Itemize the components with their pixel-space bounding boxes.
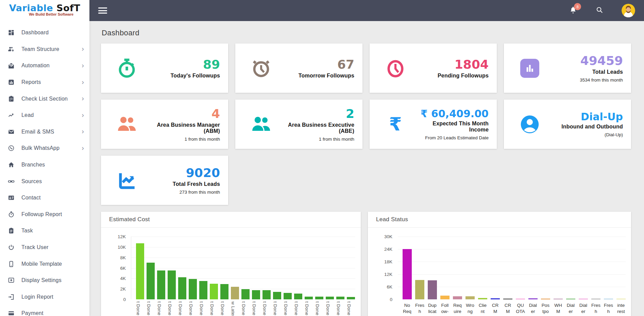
sidebar-item-check-list-section[interactable]: Check List Section› — [0, 90, 89, 107]
sidebar-item-contact[interactable]: Contact — [0, 190, 89, 206]
card-expected-this-month-income[interactable]: ₹₹ 60,409.00Expected This Month IncomeFr… — [370, 100, 497, 149]
sidebar-item-branches[interactable]: Branches — [0, 157, 89, 173]
search-button[interactable] — [595, 6, 604, 15]
bar-t-done-12[interactable] — [262, 290, 271, 299]
menu-toggle-button[interactable] — [98, 7, 107, 14]
x-axis-tick: No Req — [403, 302, 412, 315]
sidebar-item-reports[interactable]: Reports› — [0, 74, 89, 91]
bar-qu-ota-9[interactable] — [516, 299, 525, 299]
clock-icon — [385, 58, 406, 78]
notifications-button[interactable]: 8 — [569, 6, 577, 15]
card-total-leads[interactable]: 49459Total Leads3534 from this month — [504, 43, 631, 93]
bar-cr-m-7[interactable] — [491, 298, 500, 299]
bar-t-done-16[interactable] — [305, 297, 313, 299]
card-sublabel: (Dial-Up) — [547, 132, 623, 137]
bar-t-done-5[interactable] — [189, 279, 197, 299]
bar-t-done-4[interactable] — [178, 277, 186, 299]
bar-clie-nt-6[interactable] — [478, 298, 487, 299]
sidebar-item-team-structure[interactable]: Team Structure› — [0, 41, 89, 58]
sidebar-item-login-report[interactable]: Login Report — [0, 289, 89, 305]
bar-t-done-20[interactable] — [347, 297, 355, 299]
rupee-icon: ₹ — [389, 115, 402, 134]
bar-fres-h-15[interactable] — [591, 299, 600, 299]
sidebar-item-label: Lead — [21, 112, 82, 118]
bar-cr-m-8[interactable] — [503, 299, 512, 299]
card-label: Total Fresh Leads — [144, 181, 220, 187]
sidebar-item-track-user[interactable]: Track User — [0, 239, 89, 256]
bar-req-uire-4[interactable] — [453, 296, 462, 299]
sidebar-item-dashboard[interactable]: Dashboard — [0, 24, 89, 41]
bar-no-req-0[interactable] — [403, 249, 412, 299]
card-body: 49459Total Leads3534 from this month — [547, 54, 623, 82]
sidebar-item-automation[interactable]: Automation› — [0, 57, 89, 74]
x-axis-tick: t Done — [283, 301, 291, 316]
sidebar-item-mobile-template[interactable]: Mobile Template — [0, 256, 89, 272]
card-label: Area Business Executive (ABE) — [278, 122, 354, 134]
stopwatch-icon — [117, 58, 137, 78]
x-axis-tick: Foll ow- — [440, 302, 450, 315]
automation-icon — [7, 62, 15, 69]
bar-inte-rest-17[interactable] — [616, 299, 626, 299]
bar-dup-licat-2[interactable] — [428, 280, 437, 299]
bar-t-done-8[interactable] — [220, 284, 228, 299]
bar-t-done-1[interactable] — [147, 263, 155, 299]
bar-t-done-19[interactable] — [336, 297, 344, 299]
card-value: 67 — [278, 57, 354, 71]
sidebar-item-label: Team Structure — [21, 46, 82, 52]
sidebar-item-label: Branches — [21, 162, 84, 168]
card-label: Inbound and Outbound — [547, 124, 623, 130]
bar-t-done-10[interactable] — [241, 289, 250, 299]
sidebar-item-task[interactable]: Task — [0, 223, 89, 239]
sidebar-item-display-settings[interactable]: Display Settings — [0, 272, 89, 289]
card-inbound-and-outbound[interactable]: Dial-UpInbound and Outbound(Dial-Up) — [504, 100, 631, 149]
bar-wro-ng-5[interactable] — [465, 296, 475, 299]
sidebar-item-sources[interactable]: Sources — [0, 173, 89, 190]
x-axis-tick: Fres h — [415, 302, 424, 315]
bar-fres-h-16[interactable] — [604, 299, 613, 299]
bar-t-done-13[interactable] — [273, 292, 281, 299]
bar-t-done-17[interactable] — [315, 297, 323, 299]
card-label: Total Leads — [547, 69, 623, 75]
brand-logo[interactable]: Variable SofT We Build Better Software — [0, 0, 89, 21]
card-area-business-executive-abe[interactable]: 2Area Business Executive (ABE)1 from thi… — [235, 100, 362, 149]
bar-t-done-6[interactable] — [199, 281, 207, 299]
card-icon-area — [513, 59, 547, 78]
bars-container — [131, 236, 355, 299]
sidebar-item-payment[interactable]: Payment — [0, 305, 89, 316]
bar-t-done-15[interactable] — [294, 294, 302, 299]
bar-fres-h-1[interactable] — [415, 280, 424, 299]
x-axis-tick: Dial er — [579, 302, 588, 315]
sidebar-item-lead[interactable]: Lead› — [0, 107, 89, 124]
bar-t-done-2[interactable] — [157, 270, 165, 299]
card-pending-followups[interactable]: 1804Pending Followups — [370, 43, 497, 93]
card-label: Tomorrow Followups — [278, 73, 354, 79]
bar-t-done-7[interactable] — [210, 284, 218, 299]
bar-t-done-18[interactable] — [326, 297, 334, 299]
bar-t-done-14[interactable] — [284, 293, 292, 299]
card-area-business-manager-abm[interactable]: 4Area Business Manager (ABM)1 from this … — [101, 100, 228, 149]
card-value: ₹ 60,409.00 — [412, 108, 489, 120]
estimated-cost-plot-area: 12K10K8K6K4K2K0 — [131, 236, 355, 299]
card-sublabel: 273 from this month — [144, 190, 220, 195]
bar-w-later-9[interactable] — [231, 287, 239, 299]
card-total-fresh-leads[interactable]: 9020Total Fresh Leads273 from this month — [101, 156, 228, 205]
sidebar-item-followup-report[interactable]: Followup Report — [0, 206, 89, 223]
bar-t-done-0[interactable] — [136, 243, 144, 299]
stopwatch-small-icon — [7, 211, 15, 218]
card-today-s-followups[interactable]: 89Today's Followups — [101, 43, 228, 93]
bar-dial-er-14[interactable] — [579, 299, 588, 299]
user-avatar[interactable] — [622, 4, 635, 17]
bar-t-done-3[interactable] — [168, 270, 176, 299]
bar-dial-er-13[interactable] — [566, 299, 575, 299]
x-axis-tick: t Done — [273, 301, 281, 316]
bar-pos-tpo-11[interactable] — [541, 299, 550, 299]
sidebar-item-email-sms[interactable]: Email & SMS› — [0, 124, 89, 140]
bar-wh-m-12[interactable] — [554, 299, 563, 299]
bar-t-done-11[interactable] — [252, 290, 260, 299]
chart-line-icon — [117, 170, 137, 191]
x-axis-tick: Wro ng — [465, 302, 475, 315]
bar-dial-er-10[interactable] — [528, 298, 538, 299]
sidebar-item-bulk-whatsapp[interactable]: Bulk WhatsApp› — [0, 140, 89, 157]
bar-foll-ow-3[interactable] — [440, 296, 450, 299]
card-tomorrow-followups[interactable]: 67Tomorrow Followups — [235, 43, 362, 93]
